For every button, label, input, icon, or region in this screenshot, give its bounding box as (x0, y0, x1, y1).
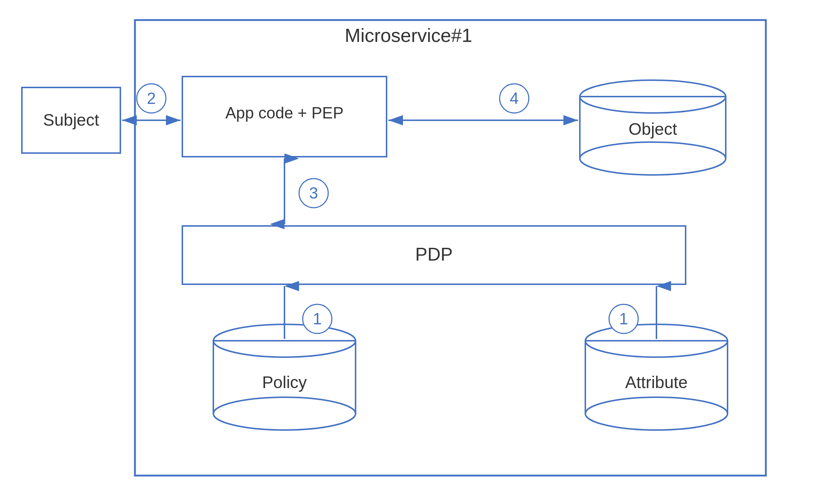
app-pep-label: App code + PEP (225, 104, 344, 122)
badge-1b-label: 1 (619, 310, 628, 328)
microservice-label: Microservice#1 (345, 25, 472, 46)
badge-4-label: 4 (510, 89, 519, 107)
diagram-container: Microservice#1 Subject App code + PEP Ob… (0, 0, 818, 504)
subject-label: Subject (43, 110, 99, 129)
badge-2-label: 2 (147, 89, 156, 107)
policy-bottom-ellipse (213, 397, 356, 430)
attribute-bottom-ellipse (585, 397, 728, 430)
badge-1a-label: 1 (313, 310, 322, 328)
object-label: Object (629, 120, 677, 138)
object-bottom-ellipse (580, 142, 726, 175)
badge-3-label: 3 (309, 184, 318, 202)
pdp-label: PDP (415, 244, 453, 265)
attribute-label: Attribute (625, 373, 687, 392)
policy-label: Policy (262, 373, 307, 392)
